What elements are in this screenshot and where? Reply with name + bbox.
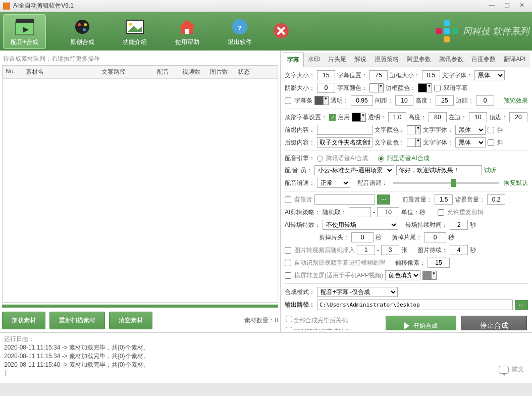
prefix-color[interactable]: ▼ (407, 125, 421, 134)
tab-subtitle[interactable]: 字幕 (283, 53, 304, 67)
suffix-color[interactable]: ▼ (407, 138, 421, 147)
home-icon (176, 17, 198, 37)
gpu-check[interactable] (286, 327, 292, 330)
bgm-check[interactable] (285, 196, 291, 203)
tab-ali[interactable]: 阿里参数 (403, 53, 435, 67)
tool-help[interactable]: ? 退出软件 (224, 16, 256, 47)
pic-from-input[interactable] (357, 245, 375, 255)
top-bg-color[interactable]: ▼ (352, 113, 366, 122)
tool-original[interactable]: 原创合成 (66, 16, 98, 47)
rand-to-input[interactable] (377, 207, 399, 217)
col-status: 状态 (235, 66, 260, 78)
try-listen-link[interactable]: 试听 (484, 166, 496, 175)
alpha-input[interactable] (351, 95, 373, 106)
preview-link[interactable]: 预览效果 (504, 96, 528, 105)
queue-hint: 待合成素材队列：右键执行更多操作 (2, 53, 278, 65)
tab-strategy[interactable]: 混剪策略 (370, 53, 403, 67)
tool-features[interactable]: 功能介绍 (119, 16, 151, 47)
maximize-button[interactable]: ▢ (500, 2, 514, 11)
prefix-italic[interactable] (488, 127, 494, 133)
output-browse[interactable]: ... (515, 300, 528, 310)
start-compose-button[interactable]: 开始合成 (386, 316, 456, 330)
allow-dup-check[interactable] (438, 209, 444, 216)
output-path-input[interactable] (317, 300, 513, 310)
subtitle-pos-input[interactable] (369, 70, 388, 80)
shutdown-check[interactable] (286, 316, 292, 322)
reset-link[interactable]: 恢复默认 (504, 179, 528, 187)
prefix-font[interactable]: 黑体 (455, 125, 486, 135)
tab-baidu[interactable]: 百度参数 (467, 53, 500, 67)
speed-select[interactable]: 正常 (317, 178, 350, 188)
clapper-icon (14, 17, 36, 37)
top-top-input[interactable] (509, 112, 527, 122)
prefix-input[interactable] (317, 125, 373, 135)
bgm-path[interactable] (314, 194, 375, 205)
col-path: 文案路径 (98, 66, 154, 78)
stop-compose-button[interactable]: 停止合成 (461, 316, 527, 330)
trim-tail-input[interactable] (424, 232, 446, 242)
blur-check[interactable] (285, 260, 291, 266)
fill-select[interactable]: 颜色填充 (385, 270, 420, 280)
transition-select[interactable]: 不使用转场 (323, 220, 398, 230)
tool-exit[interactable] (266, 20, 296, 43)
top-alpha-input[interactable] (388, 112, 406, 122)
minimize-button[interactable]: — (485, 2, 499, 11)
pic-insert-check[interactable] (285, 247, 291, 254)
trim-head-input[interactable] (351, 232, 374, 242)
pitch-slider[interactable] (393, 182, 499, 184)
gap-input[interactable] (395, 95, 413, 106)
ali-radio[interactable] (378, 156, 384, 162)
margin-input[interactable] (476, 95, 494, 106)
suffix-font[interactable]: 黑体 (455, 137, 486, 147)
font-size-input[interactable] (317, 70, 335, 80)
speech-icon (499, 366, 509, 374)
tencent-radio[interactable] (317, 156, 323, 162)
svg-point-6 (83, 28, 86, 31)
tab-translate[interactable]: 翻译API (500, 53, 529, 67)
offset-input[interactable] (428, 258, 450, 268)
top-left-input[interactable] (469, 112, 487, 122)
bilingual-check[interactable] (434, 85, 441, 91)
bgm-browse[interactable]: ... (377, 194, 390, 205)
shadow-input[interactable] (317, 83, 335, 93)
sample-text-input[interactable] (396, 165, 482, 175)
compose-mode-select[interactable]: 配音+字幕 -仅合成 (317, 287, 398, 297)
font-select[interactable]: 黑体 (474, 70, 505, 80)
fill-color[interactable]: ▼ (422, 271, 437, 280)
load-material-button[interactable]: 加载素材 (2, 312, 45, 329)
pic-dur-input[interactable] (450, 245, 468, 255)
bar-color[interactable]: ▼ (314, 96, 329, 105)
suffix-input[interactable] (317, 137, 373, 147)
tool-voice-compose[interactable]: 配音+合成 (3, 14, 46, 49)
table-header: No. 素材名 文案路径 配音 视频数 图片数 状态 (3, 66, 278, 79)
rand-from-input[interactable] (349, 207, 371, 217)
height-input[interactable] (436, 95, 454, 106)
rescan-button[interactable]: 重新扫描素材 (49, 312, 105, 329)
tab-narration[interactable]: 解说 (350, 53, 370, 67)
clear-button[interactable]: 清空素材 (109, 312, 152, 329)
tab-watermark[interactable]: 水印 (304, 53, 324, 67)
top-height-input[interactable] (429, 112, 447, 122)
top-enable-check[interactable]: ✓ (329, 114, 336, 121)
trans-dur-input[interactable] (450, 220, 468, 230)
border-size-input[interactable] (422, 70, 440, 80)
border-color[interactable]: ▼ (418, 83, 432, 92)
tab-headtail[interactable]: 片头尾 (324, 53, 350, 67)
bg-vol-input[interactable] (487, 194, 505, 205)
material-table[interactable]: No. 素材名 文案路径 配音 视频数 图片数 状态 (2, 65, 278, 303)
fg-vol-input[interactable] (435, 194, 453, 205)
tool-help-home[interactable]: 使用帮助 (171, 16, 203, 47)
toolbar: 配音+合成 原创合成 功能介绍 使用帮助 ? 退出软件 冈科技 软件系列 (0, 12, 532, 51)
pic-to-input[interactable] (381, 245, 399, 255)
rotate-check[interactable] (285, 272, 291, 279)
subtitle-bar-check[interactable] (285, 97, 291, 104)
watermark: 陈文 (499, 365, 524, 374)
tab-tencent[interactable]: 腾讯参数 (435, 53, 467, 67)
close-button[interactable]: ✕ (515, 2, 529, 11)
app-icon (3, 3, 10, 10)
col-no: No. (3, 66, 23, 78)
voice-person-select[interactable]: 小云-标准女声-通用场景 (314, 165, 394, 175)
suffix-italic[interactable] (488, 139, 494, 146)
subtitle-color[interactable]: ▼ (369, 83, 384, 92)
left-panel: 待合成素材队列：右键执行更多操作 No. 素材名 文案路径 配音 视频数 图片数… (0, 51, 281, 332)
